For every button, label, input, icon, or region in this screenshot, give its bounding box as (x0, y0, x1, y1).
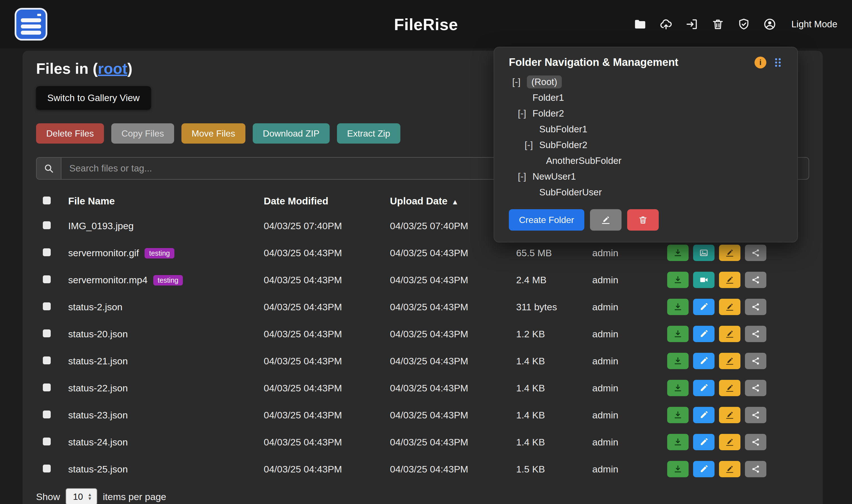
share-button[interactable] (745, 299, 766, 315)
move-files-button[interactable]: Move Files (181, 123, 245, 144)
rename-button[interactable] (719, 299, 741, 315)
row-checkbox[interactable] (43, 437, 51, 446)
tree-item-anothersubfolder[interactable]: AnotherSubFolder (509, 153, 783, 169)
file-name-link[interactable]: status-22.json (68, 383, 128, 393)
edit-button[interactable] (693, 461, 714, 477)
info-icon[interactable] (754, 57, 766, 68)
gallery-view-button[interactable]: Switch to Gallery View (36, 86, 151, 110)
edit-button[interactable] (693, 380, 714, 396)
tree-item-label[interactable]: NewUser1 (533, 171, 576, 182)
tree-item-label[interactable]: SubFolderUser (539, 187, 602, 198)
drag-handle-icon[interactable] (773, 57, 783, 68)
row-checkbox[interactable] (43, 357, 51, 364)
select-all-checkbox[interactable] (43, 197, 51, 204)
download-button[interactable] (667, 434, 689, 450)
shield-check-icon[interactable] (737, 18, 750, 31)
rename-folder-button[interactable] (590, 209, 622, 231)
row-checkbox[interactable] (43, 302, 51, 310)
tree-item-newuser1[interactable]: [-] NewUser1 (509, 169, 783, 184)
rename-button[interactable] (719, 245, 741, 261)
tree-item-folder1[interactable]: Folder1 (509, 90, 783, 106)
file-name-link[interactable]: status-2.json (68, 302, 123, 312)
file-tag[interactable]: testing (144, 248, 174, 258)
preview-image-button[interactable] (693, 245, 714, 261)
filerise-logo-icon[interactable] (15, 8, 47, 40)
edit-button[interactable] (693, 407, 714, 423)
tree-item-label[interactable]: (Root) (527, 75, 562, 88)
rename-button[interactable] (719, 353, 741, 369)
download-zip-button[interactable]: Download ZIP (253, 123, 330, 144)
row-checkbox[interactable] (43, 248, 51, 256)
tree-item-label[interactable]: AnotherSubFolder (546, 156, 622, 166)
trash-icon[interactable] (711, 18, 724, 31)
file-name-link[interactable]: status-24.json (68, 437, 128, 447)
light-mode-toggle[interactable]: Light Mode (792, 19, 837, 30)
tree-item-folder2[interactable]: [-] Folder2 (509, 106, 783, 121)
file-name-link[interactable]: servermonitor.gif (68, 248, 139, 258)
tree-item-subfolderuser[interactable]: SubFolderUser (509, 184, 783, 200)
tree-item-label[interactable]: Folder1 (533, 92, 564, 103)
create-folder-button[interactable]: Create Folder (509, 209, 584, 231)
row-checkbox[interactable] (43, 221, 51, 229)
download-button[interactable] (667, 380, 689, 396)
folder-icon[interactable] (633, 18, 647, 31)
tree-item-root[interactable]: [-] (Root) (509, 74, 783, 90)
delete-files-button[interactable]: Delete Files (36, 123, 104, 144)
download-button[interactable] (667, 353, 689, 369)
edit-button[interactable] (693, 299, 714, 315)
row-checkbox[interactable] (43, 383, 51, 391)
rename-button[interactable] (719, 434, 741, 450)
logout-icon[interactable] (685, 18, 698, 31)
root-breadcrumb-link[interactable]: root (98, 60, 127, 77)
file-name-link[interactable]: status-23.json (68, 410, 128, 420)
header-file-name[interactable]: File Name (68, 195, 264, 207)
download-button[interactable] (667, 326, 689, 342)
download-button[interactable] (667, 245, 689, 261)
download-button[interactable] (667, 299, 689, 315)
file-name-link[interactable]: IMG_0193.jpeg (68, 220, 134, 231)
collapse-toggle[interactable]: [-] (518, 171, 533, 182)
download-button[interactable] (667, 407, 689, 423)
share-button[interactable] (745, 407, 766, 423)
file-name-link[interactable]: status-21.json (68, 356, 128, 366)
share-button[interactable] (745, 326, 766, 342)
row-checkbox[interactable] (43, 411, 51, 418)
share-button[interactable] (745, 461, 766, 477)
preview-video-button[interactable] (693, 272, 714, 288)
header-date-modified[interactable]: Date Modified (264, 195, 390, 207)
items-per-page-select[interactable]: 10 (66, 488, 97, 504)
tree-item-label[interactable]: SubFolder2 (539, 140, 588, 150)
collapse-toggle[interactable]: [-] (525, 140, 539, 150)
collapse-toggle[interactable]: [-] (512, 77, 527, 87)
tree-item-subfolder2[interactable]: [-] SubFolder2 (509, 137, 783, 153)
edit-button[interactable] (693, 326, 714, 342)
edit-button[interactable] (693, 353, 714, 369)
rename-button[interactable] (719, 326, 741, 342)
file-name-link[interactable]: status-20.json (68, 329, 128, 339)
download-button[interactable] (667, 272, 689, 288)
rename-button[interactable] (719, 380, 741, 396)
search-icon[interactable] (37, 158, 62, 179)
file-tag[interactable]: testing (153, 275, 183, 286)
collapse-toggle[interactable]: [-] (518, 108, 533, 119)
account-circle-icon[interactable] (763, 18, 776, 31)
row-checkbox[interactable] (43, 465, 51, 472)
share-button[interactable] (745, 272, 766, 288)
share-button[interactable] (745, 380, 766, 396)
cloud-upload-icon[interactable] (660, 18, 673, 31)
file-name-link[interactable]: servermonitor.mp4 (68, 274, 147, 285)
row-checkbox[interactable] (43, 329, 51, 337)
rename-button[interactable] (719, 272, 741, 288)
rename-button[interactable] (719, 461, 741, 477)
tree-item-label[interactable]: SubFolder1 (539, 124, 588, 134)
rename-button[interactable] (719, 407, 741, 423)
tree-item-subfolder1[interactable]: SubFolder1 (509, 121, 783, 137)
tree-item-label[interactable]: Folder2 (533, 108, 564, 119)
copy-files-button[interactable]: Copy Files (111, 123, 174, 144)
share-button[interactable] (745, 434, 766, 450)
share-button[interactable] (745, 245, 766, 261)
edit-button[interactable] (693, 434, 714, 450)
file-name-link[interactable]: status-25.json (68, 464, 128, 474)
row-checkbox[interactable] (43, 275, 51, 283)
delete-folder-button[interactable] (627, 209, 659, 231)
